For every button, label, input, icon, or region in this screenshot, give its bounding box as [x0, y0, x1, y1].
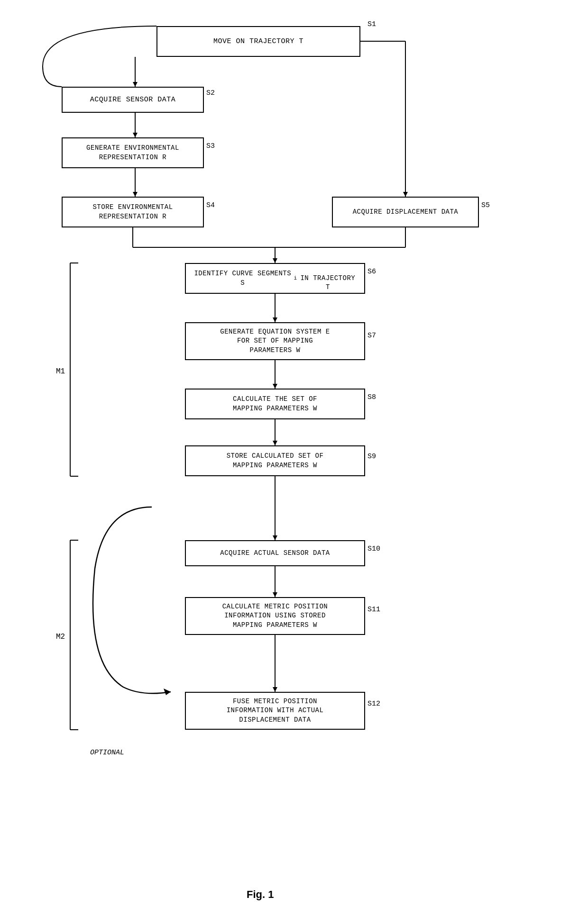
step-s3: GENERATE ENVIRONMENTALREPRESENTATION R [62, 137, 204, 168]
m1-label: M1 [56, 367, 65, 376]
svg-marker-1 [133, 82, 138, 87]
label-s6: S6 [368, 268, 376, 276]
label-s11: S11 [368, 606, 380, 614]
svg-marker-3 [133, 133, 138, 137]
label-s7: S7 [368, 332, 376, 340]
label-s8: S8 [368, 393, 376, 401]
svg-marker-16 [273, 317, 277, 322]
label-s4: S4 [206, 201, 215, 209]
svg-marker-7 [403, 192, 408, 197]
label-s10: S10 [368, 545, 380, 553]
figure-title: Fig. 1 [247, 888, 274, 901]
label-s12: S12 [368, 700, 380, 708]
svg-marker-27 [164, 688, 171, 695]
svg-marker-22 [273, 535, 277, 540]
optional-label: OPTIONAL [90, 749, 124, 757]
svg-marker-24 [273, 592, 277, 597]
diagram: MOVE ON TRAJECTORY T ACQUIRE SENSOR DATA… [0, 0, 588, 924]
step-s7: GENERATE EQUATION SYSTEM EFOR SET OF MAP… [185, 322, 365, 360]
step-s5: ACQUIRE DISPLACEMENT DATA [332, 197, 479, 227]
label-s9: S9 [368, 453, 376, 461]
step-s9: STORE CALCULATED SET OFMAPPING PARAMETER… [185, 445, 365, 476]
step-s8: CALCULATE THE SET OFMAPPING PARAMETERS W [185, 389, 365, 419]
svg-marker-18 [273, 384, 277, 389]
svg-marker-14 [273, 258, 277, 263]
label-s3: S3 [206, 142, 215, 150]
m2-label: M2 [56, 633, 65, 641]
svg-marker-5 [133, 192, 138, 197]
step-s4: STORE ENVIRONMENTALREPRESENTATION R [62, 197, 204, 227]
step-s11: CALCULATE METRIC POSITIONINFORMATION USI… [185, 597, 365, 635]
step-s10: ACQUIRE ACTUAL SENSOR DATA [185, 540, 365, 566]
step-s12: FUSE METRIC POSITIONINFORMATION WITH ACT… [185, 692, 365, 730]
step-s6: IDENTIFY CURVE SEGMENTS SiIN TRAJECTORY … [185, 263, 365, 294]
label-s2: S2 [206, 89, 215, 97]
label-s1: S1 [368, 20, 376, 28]
label-s5: S5 [481, 201, 490, 209]
step-s1: MOVE ON TRAJECTORY T [156, 26, 360, 57]
svg-marker-26 [273, 687, 277, 692]
svg-marker-20 [273, 441, 277, 445]
step-s2: ACQUIRE SENSOR DATA [62, 87, 204, 113]
